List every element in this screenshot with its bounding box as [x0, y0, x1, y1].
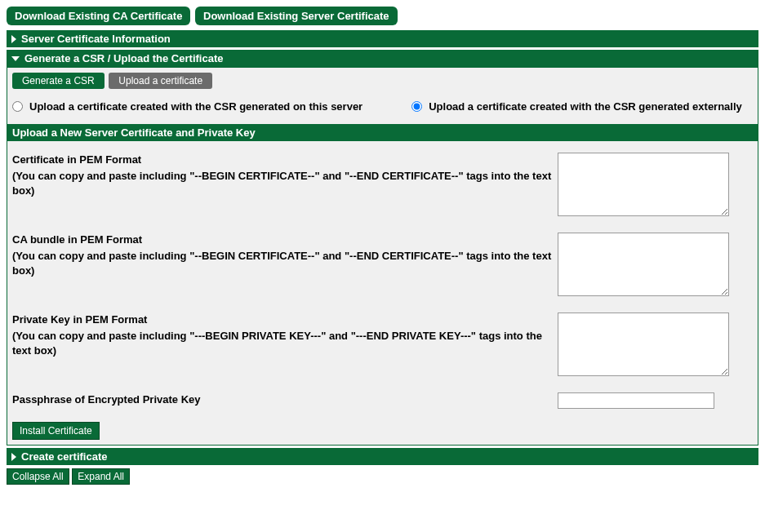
- cabundle-textarea[interactable]: [558, 233, 729, 296]
- top-button-row: Download Existing CA Certificate Downloa…: [7, 7, 758, 25]
- radio-external-label: Upload a certificate created with the CS…: [429, 100, 742, 113]
- tab-row: Generate a CSR Upload a certificate: [12, 73, 753, 89]
- passphrase-label: Passphrase of Encrypted Private Key: [12, 392, 558, 407]
- tab-generate-csr[interactable]: Generate a CSR: [12, 73, 105, 89]
- bottom-controls: Collapse All Expand All: [7, 468, 758, 485]
- private-key-label: Private Key in PEM Format: [12, 313, 558, 327]
- section-server-info-label: Server Certificate Information: [21, 33, 171, 45]
- collapse-all-button[interactable]: Collapse All: [7, 468, 69, 485]
- chevron-right-icon: [11, 35, 16, 43]
- section-generate-upload[interactable]: Generate a CSR / Upload the Certificate: [7, 50, 758, 67]
- row-private-key: Private Key in PEM Format (You can copy …: [12, 313, 753, 376]
- section-generate-upload-label: Generate a CSR / Upload the Certificate: [24, 52, 223, 64]
- private-key-textarea[interactable]: [558, 313, 729, 376]
- chevron-down-icon: [11, 56, 20, 61]
- certificate-hint: (You can copy and paste including "--BEG…: [12, 169, 558, 198]
- row-passphrase: Passphrase of Encrypted Private Key: [12, 392, 753, 409]
- download-server-button[interactable]: Download Existing Server Certificate: [195, 7, 398, 25]
- section-create-certificate-label: Create certificate: [21, 450, 108, 463]
- install-certificate-button[interactable]: Install Certificate: [12, 422, 100, 440]
- generate-upload-panel: Generate a CSR Upload a certificate Uplo…: [7, 67, 758, 446]
- cabundle-hint: (You can copy and paste including "--BEG…: [12, 249, 558, 278]
- passphrase-input[interactable]: [558, 392, 714, 409]
- chevron-right-icon: [11, 453, 16, 461]
- section-server-info[interactable]: Server Certificate Information: [7, 30, 758, 47]
- certificate-textarea[interactable]: [558, 153, 729, 216]
- private-key-hint: (You can copy and paste including "---BE…: [12, 329, 558, 358]
- section-create-certificate[interactable]: Create certificate: [7, 448, 758, 465]
- radio-this-server[interactable]: Upload a certificate created with the CS…: [12, 100, 362, 113]
- expand-all-button[interactable]: Expand All: [72, 468, 130, 485]
- certificate-label: Certificate in PEM Format: [12, 153, 558, 167]
- radio-external-input[interactable]: [411, 101, 422, 112]
- upload-subheader: Upload a New Server Certificate and Priv…: [7, 124, 758, 141]
- radio-this-server-input[interactable]: [12, 101, 23, 112]
- row-certificate: Certificate in PEM Format (You can copy …: [12, 153, 753, 216]
- cabundle-label: CA bundle in PEM Format: [12, 233, 558, 247]
- upload-source-radio-group: Upload a certificate created with the CS…: [12, 100, 753, 113]
- row-cabundle: CA bundle in PEM Format (You can copy an…: [12, 233, 753, 296]
- radio-this-server-label: Upload a certificate created with the CS…: [29, 100, 362, 113]
- tab-upload-certificate[interactable]: Upload a certificate: [109, 73, 212, 89]
- download-ca-button[interactable]: Download Existing CA Certificate: [7, 7, 190, 25]
- radio-external[interactable]: Upload a certificate created with the CS…: [411, 100, 742, 113]
